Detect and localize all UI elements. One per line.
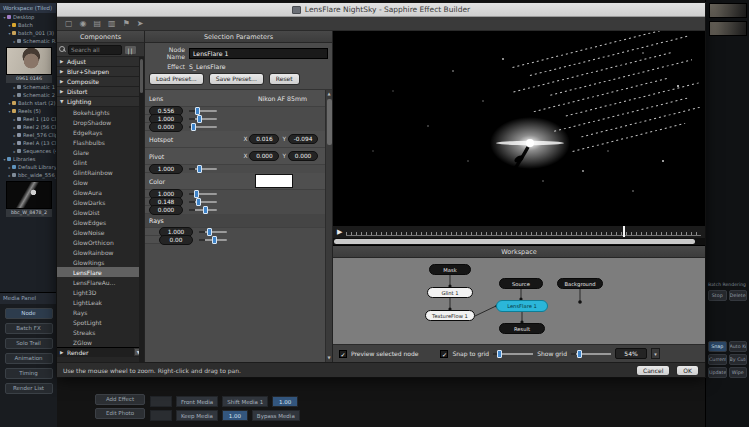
param-slider-blur-flare[interactable]: [189, 123, 217, 131]
sidebar-item-schematic-r[interactable]: ▸Schematic R...: [0, 37, 56, 45]
param-slider-rel-heights[interactable]: [189, 115, 217, 123]
play-button[interactable]: ▶: [337, 229, 342, 236]
param-slider-rays-rotate[interactable]: [199, 236, 227, 244]
snap-button[interactable]: Snap: [708, 341, 727, 352]
slider-thumb[interactable]: [196, 198, 201, 206]
workspace-canvas[interactable]: MaskGlint 1TextureFlow 1SourceLensFlare …: [333, 258, 705, 344]
component-flashbulbs[interactable]: Flashbulbs: [57, 137, 144, 147]
component-glowedges[interactable]: GlowEdges: [57, 217, 144, 227]
info-icon[interactable]: ◉: [80, 20, 87, 28]
solo-trail-button[interactable]: Solo Trail: [5, 338, 53, 349]
slider-thumb[interactable]: [194, 190, 199, 198]
reset-button[interactable]: Reset: [269, 73, 300, 85]
slider-thumb[interactable]: [203, 206, 208, 214]
playhead[interactable]: [623, 226, 625, 237]
component-bokehlights[interactable]: BokehLights: [57, 107, 144, 117]
auto-key-button[interactable]: Auto Key: [729, 341, 748, 352]
component-glint[interactable]: Glint: [57, 157, 144, 167]
search-input[interactable]: [68, 45, 122, 55]
sidebar-item-reels-5[interactable]: ▾Reels (5): [0, 107, 56, 115]
shift-media-1-button[interactable]: Shift Media 1: [222, 396, 268, 407]
node-background[interactable]: Background: [557, 278, 603, 289]
sidebar-item-bbc-wide-556-1[interactable]: ▸bbc_wide_556_1: [0, 171, 56, 179]
zoom-stepper[interactable]: ▾: [651, 348, 660, 359]
sidebar-item-batch[interactable]: ▾Batch: [0, 21, 56, 29]
save-preset-button[interactable]: Save Preset...: [209, 73, 264, 85]
preview-selected-checkbox[interactable]: ✓: [339, 350, 347, 358]
history-back-icon[interactable]: ➤: [137, 20, 144, 28]
component-glow[interactable]: Glow: [57, 177, 144, 187]
sidebar-item-libraries[interactable]: ▾Libraries: [0, 155, 56, 163]
category-distort[interactable]: ▶Distort: [57, 87, 144, 97]
matte-value-field[interactable]: 1.00: [222, 410, 248, 421]
component-gloworthicon[interactable]: GlowOrthicon: [57, 237, 144, 247]
param-slider-rays-brightness[interactable]: [199, 228, 227, 236]
animation-button[interactable]: Animation: [5, 353, 53, 364]
components-scrollbar[interactable]: [139, 57, 144, 362]
sidebar-item-default-library[interactable]: ▸Default Library: [0, 163, 56, 171]
zoom-level-dropdown[interactable]: 54%: [615, 348, 647, 359]
param-slider-saturation[interactable]: [189, 198, 217, 206]
preview-viewport[interactable]: [333, 31, 705, 225]
component-zglow[interactable]: ZGlow: [57, 337, 144, 347]
sidebar-item-desktop[interactable]: ▾Desktop: [0, 13, 56, 21]
component-streaks[interactable]: Streaks: [57, 327, 144, 337]
batch-fx-button[interactable]: Batch FX: [5, 323, 53, 334]
sidebar-item-schematic-1[interactable]: ▸Schematic 1: [0, 83, 56, 91]
scroll-up-icon[interactable]: ▲: [327, 90, 330, 98]
param-x-pivot[interactable]: 0.000: [249, 151, 279, 161]
ok-button[interactable]: OK: [676, 365, 699, 376]
param-value-rays-rotate[interactable]: 0.00: [159, 235, 193, 245]
component-dropshadow[interactable]: DropShadow: [57, 117, 144, 127]
edit-photo-button[interactable]: Edit Photo: [95, 408, 145, 419]
sidebar-item-reel-2-56-clip[interactable]: ▸Reel 2 (56 Clip): [0, 123, 56, 131]
component-edgerays[interactable]: EdgeRays: [57, 127, 144, 137]
parameters-scrollbar[interactable]: ▲ ▼: [325, 90, 332, 362]
node-button[interactable]: Node: [5, 308, 53, 319]
save-icon[interactable]: ▥: [108, 20, 116, 28]
filter-button[interactable]: [124, 45, 137, 55]
slider-thumb[interactable]: [197, 115, 202, 123]
scroll-down-icon[interactable]: ▼: [327, 354, 330, 362]
category-lighting[interactable]: ▼Lighting: [57, 97, 144, 107]
param-value-blur-flare[interactable]: 0.000: [149, 122, 183, 132]
param-slider-gamma[interactable]: [189, 190, 217, 198]
component-glowrings[interactable]: GlowRings: [57, 257, 144, 267]
snap-to-grid-checkbox[interactable]: ✓: [440, 350, 448, 358]
node-name-input[interactable]: [189, 48, 328, 59]
param-slider-brightness[interactable]: [189, 165, 217, 173]
slider-thumb[interactable]: [207, 228, 212, 236]
sidebar-item-sequences-4[interactable]: ▸Sequences (4): [0, 147, 56, 155]
component-glownoise[interactable]: GlowNoise: [57, 227, 144, 237]
sidebar-item-batch-start-2[interactable]: ▾Batch start (2): [0, 99, 56, 107]
param-slider-scale-widths[interactable]: [189, 107, 217, 115]
sidebar-item-reel-1-10-clip[interactable]: ▸Reel 1 (10 Clip): [0, 115, 56, 123]
category-adjust[interactable]: ▶Adjust: [57, 57, 144, 67]
open-folder-icon[interactable]: ▤: [94, 20, 102, 28]
timeline-ruler[interactable]: [346, 228, 701, 236]
category-render[interactable]: ▶Render▼: [57, 347, 144, 357]
component-rays[interactable]: Rays: [57, 307, 144, 317]
param-value-brightness[interactable]: 1.000: [149, 164, 183, 174]
param-value-hue-shift[interactable]: 0.000: [149, 205, 183, 215]
load-preset-button[interactable]: Load Preset...: [149, 73, 204, 85]
param-slider-hue-shift[interactable]: [189, 206, 217, 214]
param-y-pivot[interactable]: 0.000: [288, 151, 318, 161]
component-glowrainbow[interactable]: GlowRainbow: [57, 247, 144, 257]
slider-thumb[interactable]: [191, 123, 196, 131]
flag-icon[interactable]: ⚑: [123, 20, 130, 28]
category-composite[interactable]: ▶Composite: [57, 77, 144, 87]
node-mask[interactable]: Mask: [429, 264, 471, 275]
cancel-button[interactable]: Cancel: [636, 365, 670, 376]
color-swatch[interactable]: [255, 174, 293, 188]
wipe-button[interactable]: Wipe: [729, 367, 748, 378]
sidebar-item-reel-576-clip[interactable]: ▸Reel_576 Clip: [0, 131, 56, 139]
front-media-button[interactable]: Front Media: [176, 396, 218, 407]
delete-button[interactable]: Delete: [729, 290, 748, 301]
sidebar-item-batch-001-3[interactable]: ▾batch_001 (3): [0, 29, 56, 37]
clip-thumbnail[interactable]: [6, 181, 52, 209]
sidebar-item-reel-a-13-clip[interactable]: ▸Reel A (13 Clip): [0, 139, 56, 147]
slider-thumb[interactable]: [212, 236, 217, 244]
render-list-button[interactable]: Render List: [5, 383, 53, 394]
component-lensflare[interactable]: LensFlare: [57, 267, 144, 277]
